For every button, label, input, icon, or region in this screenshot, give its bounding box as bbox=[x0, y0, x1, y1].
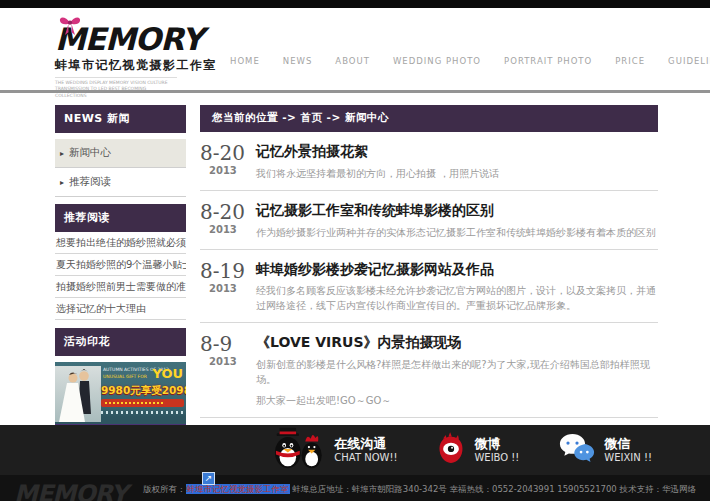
recommend-link[interactable]: 拍摄婚纱照前男士需要做的准备 bbox=[55, 276, 186, 298]
news-year: 2013 bbox=[200, 224, 256, 235]
nav-item-news[interactable]: NEWS bbox=[283, 56, 313, 66]
weibo-subtitle: WEIBO !! bbox=[474, 452, 519, 464]
site-header: MEMORY 蚌埠市记忆视觉摄影工作室 THE WEDDING DISPLAY … bbox=[0, 8, 710, 93]
news-desc: 经我们多名顾客反应该影楼未经允许抄袭记忆官方网站的图片，设计，以及文案拷贝，并通… bbox=[256, 283, 658, 313]
sidebar-activity-header: 活动印花 bbox=[55, 328, 186, 356]
sidebar-item-news-center[interactable]: ▸ 新闻中心 bbox=[55, 139, 186, 168]
promo-dotted-line bbox=[101, 411, 184, 414]
social-bar: 在线沟通 CHAT NOW!! 微博 WEIBO !! bbox=[0, 425, 710, 475]
page: MEMORY 蚌埠市记忆视觉摄影工作室 THE WEDDING DISPLAY … bbox=[0, 0, 710, 504]
news-item: 8-19 2013 蚌埠婚纱影楼抄袭记忆摄影网站及作品 经我们多名顾客反应该影楼… bbox=[200, 250, 658, 324]
chevron-right-icon: ▸ bbox=[60, 178, 64, 187]
weibo-title: 微博 bbox=[474, 436, 519, 452]
brand-subtitle: 蚌埠市记忆视觉摄影工作室 bbox=[55, 57, 230, 74]
promo-purple-strip bbox=[55, 424, 186, 425]
sidebar-recommend-links: 想要拍出绝佳的婚纱照就必须知 夏天拍婚纱照的9个温馨小贴士 拍摄婚纱照前男士需要… bbox=[55, 232, 186, 320]
news-date: 8-19 bbox=[200, 261, 256, 281]
breadcrumb: 您当前的位置 -> 首页 -> 新闻中心 bbox=[200, 105, 658, 132]
recommend-link[interactable]: 想要拍出绝佳的婚纱照就必须知 bbox=[55, 232, 186, 254]
news-title-link[interactable]: 《LOVE VIRUS》内景拍摄现场 bbox=[256, 334, 658, 351]
nav-item-portrait-photo[interactable]: PORTRAIT PHOTO bbox=[504, 56, 592, 66]
news-date-col: 8-19 2013 bbox=[200, 261, 256, 314]
recommend-link[interactable]: 选择记忆的十大理由 bbox=[55, 298, 186, 320]
news-item: 8-20 2013 记忆摄影工作室和传统蚌埠影楼的区别 作为婚纱摄影行业两种并存… bbox=[200, 191, 658, 250]
news-desc: 创新创意的影楼是什么风格?样照是怎样做出来的呢?为了大家,现在介绍韩国总部拍样照… bbox=[256, 357, 658, 387]
chevron-right-icon: ▸ bbox=[60, 149, 64, 158]
nav-item-guidelines[interactable]: GUIDELINES bbox=[668, 56, 710, 66]
news-year: 2013 bbox=[200, 283, 256, 294]
pink-bow-icon bbox=[57, 14, 83, 42]
qq-chat-subtitle: CHAT NOW!! bbox=[334, 452, 397, 464]
page-body: NEWS 新闻 ▸ 新闻中心 ▸ 推荐阅读 推荐阅读 想要拍出绝佳的婚纱照就必须… bbox=[0, 93, 710, 425]
main-nav: HOME NEWS ABOUT WEDDING PHOTO PORTRAIT P… bbox=[230, 8, 710, 90]
promo-line2-big: YOU bbox=[152, 366, 183, 381]
site-logo[interactable]: MEMORY 蚌埠市记忆视觉摄影工作室 THE WEDDING DISPLAY … bbox=[55, 8, 230, 90]
nav-item-home[interactable]: HOME bbox=[230, 56, 260, 66]
qq-chat-button[interactable]: 在线沟通 CHAT NOW!! bbox=[269, 426, 397, 474]
footer-copyright: 版权所有：蚌埠市记忆视觉摄影工作室 蚌埠总店地址：蚌埠市朝阳路340-342号 … bbox=[143, 484, 696, 496]
news-date-col: 8-9 2013 bbox=[200, 334, 256, 408]
footer-info: 蚌埠总店地址：蚌埠市朝阳路340-342号 幸福热线：0552-2043991 … bbox=[292, 484, 696, 494]
news-date-col: 8-20 2013 bbox=[200, 202, 256, 240]
weibo-icon bbox=[437, 431, 465, 469]
news-desc: 作为婚纱摄影行业两种并存的实体形态记忆摄影工作室和传统蚌埠婚纱影楼有着本质的区别 bbox=[256, 225, 658, 240]
news-title-link[interactable]: 记忆摄影工作室和传统蚌埠影楼的区别 bbox=[256, 202, 658, 219]
sidebar-item-recommended-reading[interactable]: ▸ 推荐阅读 bbox=[55, 168, 186, 197]
promo-red-strip bbox=[101, 399, 184, 407]
wedding-couple-image bbox=[55, 366, 101, 422]
sidebar-item-label: 推荐阅读 bbox=[69, 175, 111, 189]
nav-item-about[interactable]: ABOUT bbox=[335, 56, 370, 66]
news-year: 2013 bbox=[200, 165, 256, 176]
sidebar-item-label: 新闻中心 bbox=[69, 146, 111, 160]
popup-arrow-icon[interactable]: ↗ bbox=[202, 472, 215, 485]
wechat-title: 微信 bbox=[604, 436, 652, 452]
wechat-button[interactable]: 微信 WEIXIN !! bbox=[559, 433, 652, 467]
copyright-label: 版权所有： bbox=[143, 484, 186, 494]
sidebar: NEWS 新闻 ▸ 新闻中心 ▸ 推荐阅读 推荐阅读 想要拍出绝佳的婚纱照就必须… bbox=[55, 105, 186, 425]
news-date: 8-20 bbox=[200, 143, 256, 163]
news-title-link[interactable]: 蚌埠婚纱影楼抄袭记忆摄影网站及作品 bbox=[256, 261, 658, 278]
news-item: 8-20 2013 记忆外景拍摄花絮 我们将永远坚持着最初的方向，用心拍摄 ，用… bbox=[200, 132, 658, 191]
news-date: 8-20 bbox=[200, 202, 256, 222]
top-black-bar bbox=[0, 0, 710, 8]
qq-penguins-icon bbox=[269, 426, 325, 474]
footer-memory-logo: MEMORY bbox=[14, 482, 127, 501]
footer: MEMORY 版权所有：蚌埠市记忆视觉摄影工作室 蚌埠总店地址：蚌埠市朝阳路34… bbox=[0, 475, 710, 501]
news-title-link[interactable]: 记忆外景拍摄花絮 bbox=[256, 143, 658, 160]
news-desc-line2: 那大家一起出发吧!GO～GO～ bbox=[256, 393, 658, 408]
news-date: 8-9 bbox=[200, 334, 256, 354]
news-date-col: 8-20 2013 bbox=[200, 143, 256, 181]
news-desc: 我们将永远坚持着最初的方向，用心拍摄 ，用照片说话 bbox=[256, 166, 658, 181]
news-year: 2013 bbox=[200, 356, 256, 367]
sidebar-news-header: NEWS 新闻 bbox=[55, 105, 186, 133]
wechat-icon bbox=[559, 433, 595, 467]
weibo-button[interactable]: 微博 WEIBO !! bbox=[437, 431, 519, 469]
brand-tagline: THE WEDDING DISPLAY MEMORY VISION CULTUR… bbox=[55, 77, 177, 99]
nav-item-price[interactable]: PRICE bbox=[615, 56, 645, 66]
main-content: 您当前的位置 -> 首页 -> 新闻中心 8-20 2013 记忆外景拍摄花絮 … bbox=[200, 105, 658, 425]
nav-item-wedding-photo[interactable]: WEDDING PHOTO bbox=[393, 56, 481, 66]
promo-line2: UNUSUAL GIFT FOR bbox=[103, 374, 147, 379]
wechat-subtitle: WEIXIN !! bbox=[604, 452, 652, 464]
studio-name-link[interactable]: 蚌埠市记忆视觉摄影工作室 bbox=[186, 484, 290, 494]
sidebar-news-menu: ▸ 新闻中心 ▸ 推荐阅读 bbox=[55, 139, 186, 197]
recommend-link[interactable]: 夏天拍婚纱照的9个温馨小贴士 bbox=[55, 254, 186, 276]
sidebar-recommend-header: 推荐阅读 bbox=[55, 204, 186, 232]
promo-price-line: 9980元享受20980元 bbox=[101, 384, 186, 398]
news-item: 8-9 2013 《LOVE VIRUS》内景拍摄现场 创新创意的影楼是什么风格… bbox=[200, 323, 658, 418]
promo-banner[interactable]: AUTUMN ACTIVITIES OF 2013 UNUSUAL GIFT F… bbox=[55, 362, 186, 425]
qq-chat-title: 在线沟通 bbox=[334, 436, 397, 452]
